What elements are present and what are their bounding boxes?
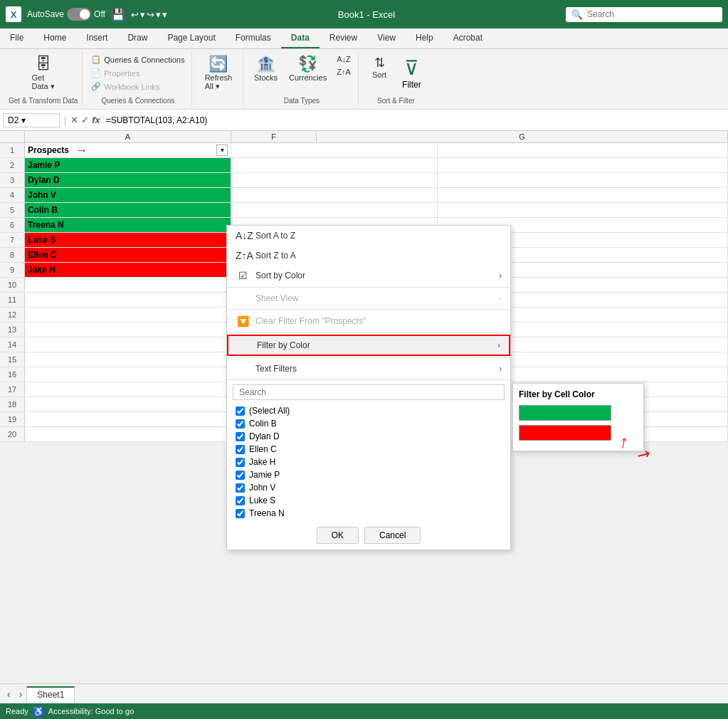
cell-g2[interactable] bbox=[438, 158, 728, 172]
cell-f1[interactable] bbox=[231, 143, 438, 157]
cell-a7[interactable]: Luke S bbox=[25, 233, 231, 247]
tab-home[interactable]: Home bbox=[33, 28, 76, 48]
dropdown-search-input[interactable] bbox=[233, 384, 505, 400]
checkbox-select-all-label[interactable]: (Select All) bbox=[249, 406, 290, 416]
checkbox-dylan-d-input[interactable] bbox=[236, 432, 245, 441]
tab-pagelayout[interactable]: Page Layout bbox=[157, 28, 225, 48]
cell-a3[interactable]: Dylan D bbox=[25, 173, 231, 187]
tab-formulas[interactable]: Formulas bbox=[226, 28, 281, 48]
tab-view[interactable]: View bbox=[367, 28, 406, 48]
checkbox-select-all-input[interactable] bbox=[236, 406, 245, 416]
stocks-button[interactable]: 🏦 Stocks bbox=[250, 53, 282, 85]
cell-a15[interactable] bbox=[25, 352, 231, 367]
more-icon[interactable]: ▾ bbox=[162, 9, 167, 20]
ribbon-group-sortfilter: ⇅ Sort ⊽ Filter Sort & Filter bbox=[360, 52, 431, 106]
fx-icon[interactable]: fx bbox=[92, 115, 100, 125]
queries-label-bottom: Queries & Connections bbox=[101, 94, 174, 105]
redo-icon[interactable]: ↪ bbox=[147, 9, 154, 20]
checkbox-colin-b-input[interactable] bbox=[236, 419, 245, 429]
cell-a17[interactable] bbox=[25, 382, 231, 397]
undo-arrow[interactable]: ▾ bbox=[140, 9, 145, 20]
formula-input[interactable] bbox=[103, 114, 725, 127]
sort-by-color-item[interactable]: ☑ Sort by Color › bbox=[227, 266, 510, 285]
green-color-swatch[interactable] bbox=[519, 405, 611, 421]
undo-redo-group: ↩ ▾ ↪ ▾ ▾ bbox=[131, 9, 167, 20]
tab-data[interactable]: Data bbox=[281, 28, 320, 48]
workbook-links-button[interactable]: 🔗 Workbook Links bbox=[88, 80, 162, 93]
tab-review[interactable]: Review bbox=[320, 28, 367, 48]
tab-draw[interactable]: Draw bbox=[117, 28, 157, 48]
properties-button[interactable]: 📄 Properties bbox=[88, 67, 142, 79]
autosave-toggle[interactable] bbox=[67, 8, 91, 21]
sort-a-to-z-item[interactable]: A↓Z Sort A to Z bbox=[227, 226, 510, 246]
cell-a6[interactable]: Treena N bbox=[25, 218, 231, 232]
filter-icon: ⊽ bbox=[404, 56, 419, 80]
formula-divider: | bbox=[64, 115, 66, 125]
cell-f4[interactable] bbox=[231, 188, 438, 202]
sort-button[interactable]: ⇅ Sort bbox=[365, 53, 394, 82]
sort-z-to-a-item[interactable]: Z↑A Sort Z to A bbox=[227, 246, 510, 266]
check-icon[interactable]: ✓ bbox=[81, 115, 89, 125]
cell-a10[interactable] bbox=[25, 278, 231, 292]
ribbon-group-datatypes: 🏦 Stocks 💱 Currencies A↓Z Z↑A Data Types bbox=[245, 52, 359, 106]
search-input[interactable] bbox=[587, 9, 701, 19]
cell-f3[interactable] bbox=[231, 173, 438, 187]
cell-a1[interactable]: Prospects → ▾ bbox=[25, 143, 231, 157]
cell-a2[interactable]: Jamie P bbox=[25, 158, 231, 172]
tab-help[interactable]: Help bbox=[406, 28, 443, 48]
cell-a11[interactable] bbox=[25, 293, 231, 307]
col-header-a[interactable]: A bbox=[25, 131, 231, 142]
divider-4 bbox=[227, 357, 510, 358]
search-box[interactable]: 🔍 bbox=[566, 7, 722, 22]
filter-by-color-item[interactable]: Filter by Color › bbox=[227, 335, 510, 356]
table-row: 4 John V bbox=[0, 188, 728, 203]
sort-az-icon: A↓Z bbox=[236, 230, 250, 241]
cell-g3[interactable] bbox=[438, 173, 728, 187]
checkbox-dylan-d-label[interactable]: Dylan D bbox=[249, 431, 280, 441]
text-filters-item[interactable]: Text Filters › bbox=[227, 360, 510, 378]
cell-a12[interactable] bbox=[25, 308, 231, 322]
cell-g5[interactable] bbox=[438, 203, 728, 217]
currencies-button[interactable]: 💱 Currencies bbox=[285, 53, 331, 85]
checkbox-colin-b-label[interactable]: Colin B bbox=[249, 419, 277, 429]
save-icon[interactable]: 💾 bbox=[111, 8, 125, 21]
tab-file[interactable]: File bbox=[0, 28, 33, 48]
cell-a18[interactable] bbox=[25, 397, 231, 411]
col-header-f[interactable]: F bbox=[231, 131, 317, 142]
get-data-button[interactable]: 🗄 GetData ▾ bbox=[27, 53, 58, 94]
clear-filter-label: Clear Filter From "Prospects" bbox=[255, 316, 366, 326]
cell-a14[interactable] bbox=[25, 337, 231, 352]
tab-insert[interactable]: Insert bbox=[76, 28, 117, 48]
tab-acrobat[interactable]: Acrobat bbox=[443, 28, 492, 48]
divider-1 bbox=[227, 287, 510, 288]
cell-a16[interactable] bbox=[25, 367, 231, 382]
cell-a8[interactable]: Ellen C bbox=[25, 248, 231, 262]
checkbox-colin-b[interactable]: Colin B bbox=[233, 417, 505, 430]
cell-ref-arrow[interactable]: ▾ bbox=[21, 115, 26, 125]
cell-ref[interactable]: D2 ▾ bbox=[3, 113, 60, 127]
checkbox-select-all[interactable]: (Select All) bbox=[233, 404, 505, 417]
cell-a4[interactable]: John V bbox=[25, 188, 231, 202]
queries-connections-button[interactable]: 📋 Queries & Connections bbox=[88, 53, 187, 65]
sort-az-label: Sort A to Z bbox=[255, 231, 295, 241]
filter-button[interactable]: ⊽ Filter bbox=[396, 53, 427, 93]
cell-f5[interactable] bbox=[231, 203, 438, 217]
title-bar: X AutoSave Off 💾 ↩ ▾ ↪ ▾ ▾ Book1 - Excel… bbox=[0, 0, 728, 28]
cell-g1[interactable] bbox=[438, 143, 728, 157]
refresh-all-button[interactable]: 🔄 RefreshAll ▾ bbox=[201, 53, 237, 94]
cell-g4[interactable] bbox=[438, 188, 728, 202]
red-color-swatch[interactable] bbox=[519, 425, 611, 441]
cross-icon[interactable]: ✕ bbox=[70, 115, 78, 125]
redo-arrow[interactable]: ▾ bbox=[156, 9, 161, 20]
col-header-g[interactable]: G bbox=[317, 131, 728, 142]
cell-f2[interactable] bbox=[231, 158, 438, 172]
checkbox-dylan-d[interactable]: Dylan D bbox=[233, 430, 505, 442]
cell-a20[interactable] bbox=[25, 427, 231, 441]
filter-dropdown-arrow[interactable]: ▾ bbox=[216, 145, 228, 156]
undo-icon[interactable]: ↩ bbox=[131, 9, 139, 20]
cell-a9[interactable]: Jake H bbox=[25, 263, 231, 277]
row-header-spacer bbox=[0, 131, 25, 142]
cell-a19[interactable] bbox=[25, 412, 231, 426]
cell-a13[interactable] bbox=[25, 322, 231, 337]
cell-a5[interactable]: Colin B bbox=[25, 203, 231, 217]
